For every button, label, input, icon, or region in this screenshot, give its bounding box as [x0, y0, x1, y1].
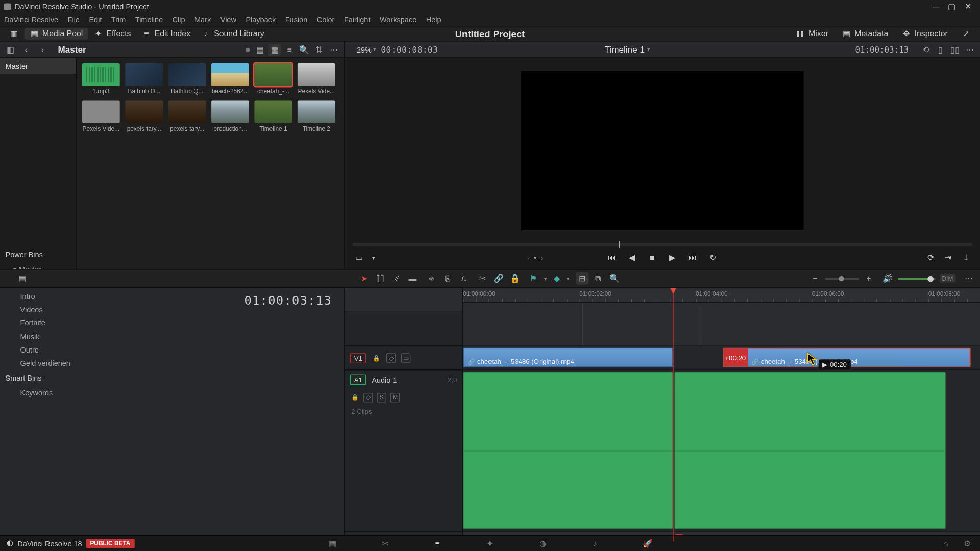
menu-trim[interactable]: Trim — [111, 15, 126, 23]
clip-card[interactable]: pexels-tary... — [168, 100, 206, 132]
viewer-options-button[interactable]: ⋯ — [964, 43, 976, 56]
insert-clip-button[interactable]: ⎆ — [425, 272, 437, 285]
track-head-v1[interactable]: V1 🔒 ◇ ▭ — [345, 346, 462, 370]
nav-back[interactable]: ‹ — [20, 43, 33, 56]
track-a1[interactable] — [463, 370, 980, 531]
blade-all-button[interactable]: ✂ — [477, 272, 489, 285]
maximize-button[interactable]: ▢ — [944, 2, 960, 11]
list-view-button[interactable]: ≡ — [283, 43, 296, 56]
play-reverse-button[interactable]: ◀ — [626, 252, 638, 264]
dim-button[interactable]: DIM — [939, 274, 955, 283]
clip-card[interactable]: Pexels Vide... — [298, 63, 335, 95]
trim-edit-tool[interactable]: ⟦⟧ — [374, 272, 386, 285]
effects-toggle[interactable]: ✦Effects — [88, 28, 136, 40]
timeline-view-options[interactable]: ▤ — [16, 272, 29, 285]
metadata-view-button[interactable]: ▤ — [254, 43, 266, 56]
play-button[interactable]: ▶ — [667, 252, 679, 264]
loop-button[interactable]: ↻ — [707, 252, 719, 264]
v1-badge[interactable]: V1 — [350, 353, 366, 363]
page-fusion[interactable]: ✦ — [484, 537, 496, 549]
track-v1[interactable]: 🔗cheetah_-_53486 (Original).mp4+00:20🔗ch… — [463, 346, 980, 370]
page-color[interactable]: ◍ — [536, 537, 549, 549]
timeline-tracks[interactable]: 01:00:00:0001:00:02:0001:00:04:0001:00:0… — [463, 288, 980, 541]
blade-tool[interactable]: ▬ — [406, 272, 419, 285]
overwrite-button[interactable]: ⇥ — [942, 252, 954, 264]
volume-slider[interactable] — [897, 278, 935, 280]
replace-clip-button[interactable]: ⎌ — [458, 272, 470, 285]
viewer-canvas[interactable] — [345, 58, 980, 243]
dynamic-trim-tool[interactable]: ⫽ — [390, 272, 403, 285]
clip-card[interactable]: Pexels Vide... — [82, 100, 120, 132]
media-pool-toggle[interactable]: ▦Media Pool — [24, 28, 88, 40]
sound-library-toggle[interactable]: ♪Sound Library — [196, 28, 270, 40]
zoom-chevron-icon[interactable]: ▾ — [373, 46, 376, 53]
dual-viewer-button[interactable]: ▯▯ — [949, 43, 961, 56]
clip-card[interactable]: beach-2562... — [211, 63, 249, 95]
clip-card[interactable]: cheetah_-... — [254, 63, 292, 95]
v1-auto-select-icon[interactable]: ◇ — [386, 353, 396, 362]
menu-help[interactable]: Help — [426, 15, 442, 23]
clip-card[interactable]: Timeline 1 — [254, 100, 292, 132]
clip-card[interactable]: Bathtub Q... — [168, 63, 206, 95]
bin-master[interactable]: Master — [0, 58, 76, 74]
bypass-grades-button[interactable]: ⟲ — [919, 43, 932, 56]
menu-workspace[interactable]: Workspace — [380, 15, 416, 23]
timeline-chevron-icon[interactable]: ▾ — [647, 46, 650, 53]
timeline-timecode-box[interactable]: 01:00:03:13 — [0, 288, 344, 312]
flag-chevron-icon[interactable]: ▾ — [544, 276, 547, 282]
link-selection-button[interactable]: ⧉ — [592, 272, 604, 285]
nav-forward[interactable]: › — [36, 43, 48, 56]
project-settings-button[interactable]: ⚙ — [961, 537, 973, 549]
clip-card[interactable]: Timeline 2 — [298, 100, 335, 132]
a1-mute-icon[interactable]: M — [390, 393, 400, 402]
metadata-toggle[interactable]: ▤Metadata — [837, 28, 894, 40]
zoom-out-button[interactable]: − — [808, 272, 821, 285]
insert-button[interactable]: ⟳ — [925, 252, 937, 264]
audio-clip[interactable] — [674, 372, 946, 529]
a1-auto-select-icon[interactable]: ◇ — [363, 393, 373, 402]
page-edit[interactable]: ≡ — [431, 537, 444, 549]
menu-timeline[interactable]: Timeline — [135, 15, 163, 23]
menu-file[interactable]: File — [68, 15, 80, 23]
a1-badge[interactable]: A1 — [350, 375, 366, 385]
match-frame-button[interactable]: ▭ — [353, 252, 365, 264]
timeline-ruler[interactable]: 01:00:00:0001:00:02:0001:00:04:0001:00:0… — [463, 288, 980, 303]
page-cut[interactable]: ✂ — [379, 537, 391, 549]
v1-lock-icon[interactable]: 🔒 — [372, 353, 381, 362]
audio-monitor-icon[interactable]: 🔊 — [881, 272, 894, 285]
single-viewer-button[interactable]: ▯ — [934, 43, 946, 56]
menu-fusion[interactable]: Fusion — [285, 15, 308, 23]
menu-color[interactable]: Color — [317, 15, 335, 23]
timeline-name[interactable]: Timeline 1 — [605, 44, 645, 55]
menu-fairlight[interactable]: Fairlight — [344, 15, 371, 23]
mixer-toggle[interactable]: ⫿⫿Mixer — [790, 28, 834, 40]
clip-card[interactable]: production... — [211, 100, 249, 132]
close-button[interactable]: ✕ — [960, 2, 976, 11]
snap-button[interactable]: ⊟ — [576, 272, 589, 285]
marker-chevron-icon[interactable]: ▾ — [567, 276, 569, 282]
zoom-slider[interactable] — [825, 278, 859, 280]
go-start-button[interactable]: ⏮ — [606, 252, 618, 264]
zoom-in-button[interactable]: + — [863, 272, 875, 285]
clip-card[interactable]: Bathtub O... — [125, 63, 163, 95]
video-clip[interactable]: 🔗cheetah_-_53486 (Original).mp4 — [463, 348, 673, 367]
minimize-button[interactable]: — — [927, 2, 944, 11]
clip-card[interactable]: 1.mp3 — [82, 63, 120, 95]
go-end-button[interactable]: ⏭ — [687, 252, 699, 264]
prev-edit-icon[interactable]: ‹ — [528, 254, 530, 262]
viewer-zoom[interactable]: 29% — [357, 45, 372, 54]
track-head-a1[interactable]: A1 Audio 1 2.0 🔒 ◇ S M 2 Clips — [345, 370, 462, 531]
workspace-layout-button[interactable]: ▥ — [4, 28, 24, 40]
selection-tool[interactable]: ➤ — [358, 272, 371, 285]
v1-visible-icon[interactable]: ▭ — [401, 353, 410, 362]
playhead[interactable] — [673, 288, 673, 541]
more-options-button[interactable]: ⋯ — [328, 43, 340, 56]
menu-view[interactable]: View — [220, 15, 236, 23]
menu-clip[interactable]: Clip — [173, 15, 185, 23]
a1-lock-icon[interactable]: 🔒 — [350, 393, 359, 402]
search-timeline-button[interactable]: 🔍 — [608, 272, 621, 285]
lock-button[interactable]: 🔒 — [509, 272, 521, 285]
menu-playback[interactable]: Playback — [246, 15, 276, 23]
menu-mark[interactable]: Mark — [194, 15, 211, 23]
home-button[interactable]: ⌂ — [940, 537, 952, 549]
